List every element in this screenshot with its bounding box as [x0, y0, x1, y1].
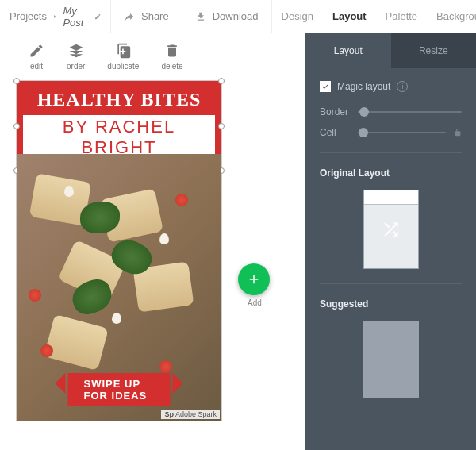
watermark: Sp Adobe Spark: [161, 410, 220, 419]
canvas-tools: edit order duplicate delete: [29, 43, 290, 71]
pencil-icon: [29, 43, 44, 59]
share-label: Share: [141, 10, 169, 22]
selection-handle[interactable]: [218, 123, 225, 129]
top-tabs: Design Layout Palette Background Text: [272, 0, 476, 33]
magic-layout-label: Magic layout: [337, 81, 390, 92]
add-button[interactable]: [238, 263, 270, 295]
cell-slider-row: Cell: [320, 127, 462, 138]
pencil-icon[interactable]: [94, 12, 101, 21]
swipe-ribbon: SWIPE UP FOR IDEAS: [68, 373, 171, 406]
edit-tool[interactable]: edit: [29, 43, 44, 71]
border-slider[interactable]: [358, 111, 462, 113]
watermark-logo: Sp: [164, 410, 174, 418]
duplicate-tool[interactable]: duplicate: [107, 43, 139, 71]
side-tabs: Layout Resize: [305, 33, 476, 68]
border-slider-row: Border: [320, 106, 462, 117]
suggested-title: Suggested: [320, 298, 462, 310]
edit-label: edit: [30, 62, 43, 71]
delete-label: delete: [161, 62, 182, 71]
trash-icon: [164, 43, 180, 59]
duplicate-icon: [115, 43, 131, 59]
top-bar: Projects My Post Share Download Design L…: [0, 0, 476, 33]
divider: [320, 283, 462, 284]
cell-slider[interactable]: [358, 132, 446, 133]
shuffle-icon: [381, 219, 401, 240]
lock-icon[interactable]: [454, 129, 462, 137]
border-label: Border: [320, 106, 350, 117]
selection-handle[interactable]: [13, 78, 20, 84]
main-area: edit order duplicate delete: [0, 33, 476, 450]
info-icon[interactable]: i: [397, 81, 408, 92]
watermark-text: Adobe Spark: [175, 410, 217, 418]
share-button[interactable]: Share: [111, 0, 182, 33]
breadcrumb: Projects My Post: [0, 0, 111, 33]
original-layout-thumb[interactable]: [363, 190, 419, 269]
tab-background[interactable]: Background: [427, 0, 476, 33]
order-tool[interactable]: order: [67, 43, 85, 71]
cell-label: Cell: [320, 127, 350, 138]
breadcrumb-root[interactable]: Projects: [10, 10, 47, 22]
chevron-right-icon: [52, 12, 58, 21]
poster-subtitle: BY RACHEL BRIGHT: [23, 115, 215, 160]
download-button[interactable]: Download: [182, 0, 272, 33]
original-layout-title: Original Layout: [320, 167, 462, 179]
side-tab-resize[interactable]: Resize: [391, 33, 477, 68]
side-body: Magic layout i Border Cell Original Layo…: [305, 68, 476, 450]
duplicate-label: duplicate: [107, 62, 139, 71]
share-icon: [124, 11, 135, 22]
poster-canvas[interactable]: HEALTHY BITES BY RACHEL BRIGHT: [16, 80, 222, 421]
side-tab-layout[interactable]: Layout: [305, 33, 391, 68]
poster-image[interactable]: SWIPE UP FOR IDEAS Sp Adobe Spark: [17, 154, 221, 421]
selection-handle[interactable]: [13, 123, 20, 129]
download-icon: [195, 11, 206, 22]
tab-design[interactable]: Design: [272, 0, 323, 33]
add-label: Add: [248, 298, 262, 307]
layers-icon: [68, 43, 84, 59]
plus-icon: [247, 272, 261, 287]
delete-tool[interactable]: delete: [161, 43, 182, 71]
tab-palette[interactable]: Palette: [376, 0, 427, 33]
magic-layout-checkbox[interactable]: [320, 81, 331, 92]
breadcrumb-current[interactable]: My Post: [63, 5, 89, 29]
selection-handle[interactable]: [218, 78, 225, 84]
download-label: Download: [213, 10, 259, 22]
poster-title: HEALTHY BITES: [23, 89, 215, 110]
suggested-layout-thumb[interactable]: [363, 321, 419, 398]
side-panel: Layout Resize Magic layout i Border Cell: [305, 33, 476, 450]
tab-layout[interactable]: Layout: [323, 0, 376, 33]
magic-layout-row: Magic layout i: [320, 81, 462, 92]
divider: [320, 152, 462, 153]
canvas-area: edit order duplicate delete: [0, 33, 305, 450]
order-label: order: [67, 62, 85, 71]
check-icon: [321, 83, 329, 90]
